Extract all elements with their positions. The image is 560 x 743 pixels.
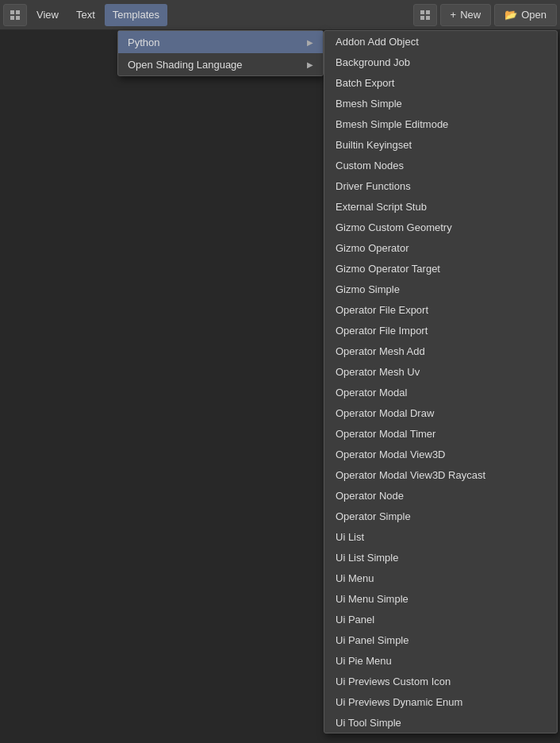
submenu-item-operator-mesh-uv[interactable]: Operator Mesh Uv	[324, 361, 557, 382]
submenu-item-operator-file-export[interactable]: Operator File Export	[324, 299, 557, 320]
text-menu[interactable]: Text	[68, 4, 103, 26]
view-menu[interactable]: View	[29, 4, 67, 26]
menu-bar-right: + New 📂 Open	[413, 4, 557, 26]
dropdown-item-python[interactable]: Python ▶	[118, 31, 323, 53]
submenu-item-ui-pie-menu[interactable]: Ui Pie Menu	[324, 650, 557, 671]
props-icon[interactable]	[413, 4, 437, 26]
submenu-item-operator-modal-view3d[interactable]: Operator Modal View3D	[324, 444, 557, 464]
svg-rect-3	[16, 16, 20, 20]
submenu-item-operator-modal[interactable]: Operator Modal	[324, 382, 557, 402]
submenu-item-operator-modal-timer[interactable]: Operator Modal Timer	[324, 423, 557, 444]
submenu-item-custom-nodes[interactable]: Custom Nodes	[324, 155, 557, 175]
submenu-item-ui-menu[interactable]: Ui Menu	[324, 568, 557, 588]
submenu-item-ui-panel[interactable]: Ui Panel	[324, 609, 557, 629]
open-button[interactable]: 📂 Open	[494, 4, 557, 26]
submenu-item-operator-file-import[interactable]: Operator File Import	[324, 320, 557, 341]
submenu-item-ui-list[interactable]: Ui List	[324, 526, 557, 547]
svg-rect-4	[420, 10, 424, 14]
svg-rect-5	[426, 10, 430, 14]
dropdown-item-osl[interactable]: Open Shading Language ▶	[118, 53, 323, 75]
svg-rect-1	[16, 10, 20, 14]
submenu-item-external-script-stub[interactable]: External Script Stub	[324, 196, 557, 217]
templates-dropdown: Python ▶ Open Shading Language ▶	[117, 30, 324, 76]
submenu-item-gizmo-operator[interactable]: Gizmo Operator	[324, 237, 557, 258]
submenu-item-bmesh-simple[interactable]: Bmesh Simple	[324, 93, 557, 114]
dropdown-arrow-python: ▶	[307, 38, 313, 47]
view-label: View	[36, 9, 59, 21]
submenu-item-addon-add-object[interactable]: Addon Add Object	[324, 31, 557, 52]
submenu-item-operator-node[interactable]: Operator Node	[324, 485, 557, 506]
editor-type-icon[interactable]	[3, 4, 27, 26]
submenu-item-ui-previews-dynamic-enum[interactable]: Ui Previews Dynamic Enum	[324, 691, 557, 712]
open-label: Open	[521, 9, 547, 21]
open-icon: 📂	[504, 9, 517, 21]
submenu-item-bmesh-simple-editmode[interactable]: Bmesh Simple Editmode	[324, 114, 557, 134]
menu-bar: View Text Templates + New 📂 Open	[0, 0, 560, 30]
submenu-item-batch-export[interactable]: Batch Export	[324, 72, 557, 93]
svg-rect-2	[10, 16, 14, 20]
submenu-item-gizmo-simple[interactable]: Gizmo Simple	[324, 279, 557, 299]
submenu-item-ui-menu-simple[interactable]: Ui Menu Simple	[324, 588, 557, 609]
dropdown-arrow-osl: ▶	[307, 60, 313, 69]
submenu-item-operator-simple[interactable]: Operator Simple	[324, 506, 557, 526]
submenu-item-background-job[interactable]: Background Job	[324, 52, 557, 72]
templates-menu[interactable]: Templates	[105, 4, 167, 26]
text-label: Text	[76, 9, 95, 21]
submenu-item-ui-list-simple[interactable]: Ui List Simple	[324, 547, 557, 568]
new-icon: +	[451, 9, 457, 21]
submenu-item-driver-functions[interactable]: Driver Functions	[324, 175, 557, 196]
submenu-item-gizmo-custom-geometry[interactable]: Gizmo Custom Geometry	[324, 217, 557, 237]
dropdown-python-label: Python	[128, 37, 159, 48]
templates-label: Templates	[113, 9, 159, 21]
svg-rect-7	[426, 16, 430, 20]
submenu-item-operator-mesh-add[interactable]: Operator Mesh Add	[324, 341, 557, 361]
submenu-item-builtin-keyingset[interactable]: Builtin Keyingset	[324, 134, 557, 155]
menu-bar-left: View Text Templates	[3, 4, 167, 26]
submenu-item-ui-previews-custom-icon[interactable]: Ui Previews Custom Icon	[324, 671, 557, 691]
python-submenu: Addon Add ObjectBackground JobBatch Expo…	[324, 30, 558, 733]
submenu-item-ui-tool-simple[interactable]: Ui Tool Simple	[324, 712, 557, 733]
submenu-item-operator-modal-view3d-raycast[interactable]: Operator Modal View3D Raycast	[324, 464, 557, 485]
new-button[interactable]: + New	[440, 4, 492, 26]
submenu-item-gizmo-operator-target[interactable]: Gizmo Operator Target	[324, 258, 557, 279]
dropdown-osl-label: Open Shading Language	[128, 59, 243, 71]
svg-rect-6	[420, 16, 424, 20]
new-label: New	[460, 9, 481, 21]
submenu-item-operator-modal-draw[interactable]: Operator Modal Draw	[324, 402, 557, 423]
submenu-item-ui-panel-simple[interactable]: Ui Panel Simple	[324, 629, 557, 650]
svg-rect-0	[10, 10, 14, 14]
